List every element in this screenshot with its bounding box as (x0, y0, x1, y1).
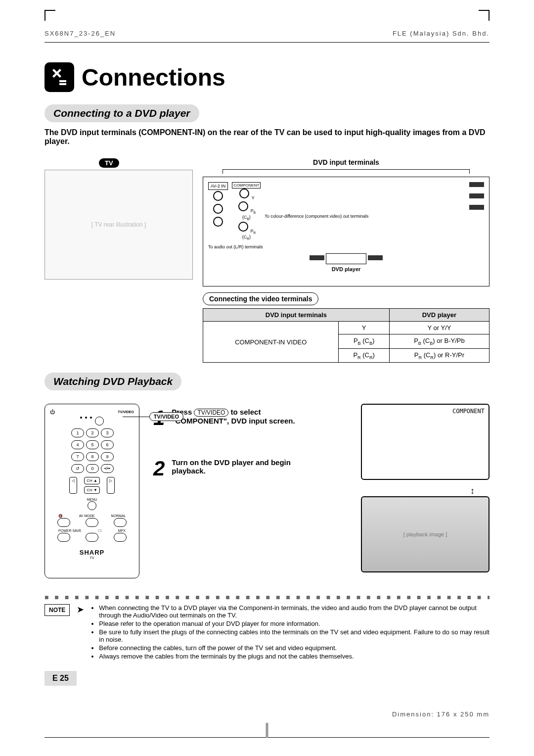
cc-icon: ☐ (98, 529, 101, 533)
keypad-flashback: ↺ (71, 464, 84, 473)
crop-mark (44, 10, 55, 21)
header-right: FLE (Malaysia) Sdn. Bhd. (393, 30, 490, 37)
keypad-7: 7 (71, 452, 84, 461)
video-jack-icon (238, 222, 248, 232)
remote-illustration: TV/VIDEO ⏻ TV/VIDEO 1 2 3 4 5 6 7 8 9 ↺ … (44, 404, 139, 578)
video-note: To colour-difference (component video) o… (265, 214, 484, 219)
keypad-3: 3 (101, 428, 114, 437)
brand-sub: TV (50, 556, 134, 560)
tvvideo-pill: TV/VIDEO (194, 409, 228, 417)
keypad-6: 6 (101, 440, 114, 449)
dvd-player-icon (326, 253, 366, 264)
section-intro: The DVD input terminals (COMPONENT-IN) o… (44, 128, 490, 146)
header-left: SX68N7_23-26_EN (44, 30, 116, 37)
td-component-video: COMPONENT-IN VIDEO (203, 322, 339, 363)
menu-button-icon (88, 501, 96, 510)
audio-jack-icon (213, 217, 223, 227)
tv-illustration: [ TV rear illustration ] (44, 170, 193, 280)
th-player: DVD player (389, 309, 489, 322)
td-out: PB (CB) or B-Y/Pb (389, 334, 489, 349)
note-item: When connecting the TV to a DVD player v… (99, 604, 490, 619)
audio-note: To audio out (L/R) terminals (208, 244, 484, 249)
bottom-crop (44, 723, 490, 738)
tv-screen-playback: [ playback image ] (361, 496, 490, 572)
keypad-1: 1 (71, 428, 84, 437)
terminals-diagram: AV-2 IN COMPONENT Y PB(CB) PR(CR) (203, 177, 490, 286)
td-out: PR (CR) or R-Y/Pr (389, 348, 489, 363)
plug-icon (310, 255, 324, 260)
plug-icon (469, 182, 484, 187)
note-separator: ■ ■ ■ ■ ■ ■ ■ ■ ■ ■ ■ ■ ■ ■ ■ ■ ■ ■ ■ ■ … (44, 593, 490, 601)
keypad-4: 4 (71, 440, 84, 449)
mpx-label: MPX (118, 529, 126, 533)
plug-icon (368, 255, 383, 260)
page-title: Connections (82, 64, 225, 91)
section-heading-watching: Watching DVD Playback (44, 373, 181, 390)
th-input: DVD input terminals (203, 309, 390, 322)
td-in: PR (CR) (339, 348, 389, 363)
td-out: Y or Y/Y (389, 322, 489, 334)
keypad-0: 0 (86, 464, 99, 473)
vol-button-icon: ◁ (69, 477, 77, 494)
normal-label: NORMAL (111, 514, 126, 518)
crop-mark (479, 10, 490, 21)
td-in: Y (339, 322, 389, 334)
dimension-note: Dimension: 176 x 250 mm (44, 710, 490, 718)
section-heading-connecting: Connecting to a DVD player (44, 104, 199, 122)
header-rule (44, 42, 490, 43)
connections-icon (44, 62, 74, 92)
y-label: Y (252, 195, 255, 200)
up-down-arrow-icon: ↕ (361, 486, 490, 496)
step-1-text: Press TV/VIDEO to select "COMPONENT", DV… (172, 408, 300, 428)
audio-jack-icon (213, 204, 223, 214)
keypad-5: 5 (86, 440, 99, 449)
note-item: Please refer to the operation manual of … (99, 620, 490, 627)
note-item: Before connecting the cables, turn off t… (99, 644, 490, 652)
step-2-text: Turn on the DVD player and begin playbac… (172, 458, 300, 479)
connection-table: DVD input terminals DVD player COMPONENT… (203, 308, 490, 363)
ch-up-button: CH ▲ (84, 477, 100, 484)
page-number: E 25 (44, 671, 77, 686)
ch-down-button: CH ▼ (84, 486, 100, 494)
bracket (222, 169, 470, 174)
keypad-8: 8 (86, 452, 99, 461)
note-item: Be sure to fully insert the plugs of the… (99, 628, 490, 643)
note-badge: NOTE (44, 604, 70, 616)
note-item: Always remove the cables from the termin… (99, 653, 490, 660)
notes-list: When connecting the TV to a DVD player v… (91, 604, 490, 661)
plug-icon (469, 205, 484, 210)
brand-label: SHARP (50, 549, 134, 556)
keypad-digits: •/•• (101, 464, 114, 473)
td-in: PB (CB) (339, 334, 389, 349)
menu-label: MENU (50, 498, 134, 501)
powersave-label: POWER SAVE (58, 529, 82, 533)
video-jack-icon (239, 189, 249, 198)
audio-jack-icon (213, 191, 223, 201)
plug-icon (469, 193, 484, 198)
avmode-label: AV MODE (79, 514, 95, 518)
step-number-2: 2 (153, 458, 165, 479)
vol-button-icon: ▷ (107, 477, 115, 494)
note-arrow-icon: ➤ (77, 604, 84, 661)
mute-icon: 🔇 (58, 514, 63, 518)
component-label: COMPONENT (232, 182, 261, 189)
av2-label: AV-2 IN (208, 182, 228, 190)
screen-tag: COMPONENT (452, 408, 485, 415)
video-jack-icon (238, 201, 248, 211)
tvvideo-button-icon (95, 417, 104, 425)
dvd-player-label: DVD player (208, 266, 484, 272)
tv-screen-component: COMPONENT (361, 404, 490, 480)
keypad-9: 9 (101, 452, 114, 461)
tv-label: TV (99, 158, 119, 168)
keypad-2: 2 (86, 428, 99, 437)
table-caption: Connecting the video terminals (203, 292, 318, 305)
terminals-title: DVD input terminals (203, 158, 490, 166)
callout-label: TV/VIDEO (149, 412, 183, 421)
tvvideo-callout: TV/VIDEO (123, 412, 183, 421)
